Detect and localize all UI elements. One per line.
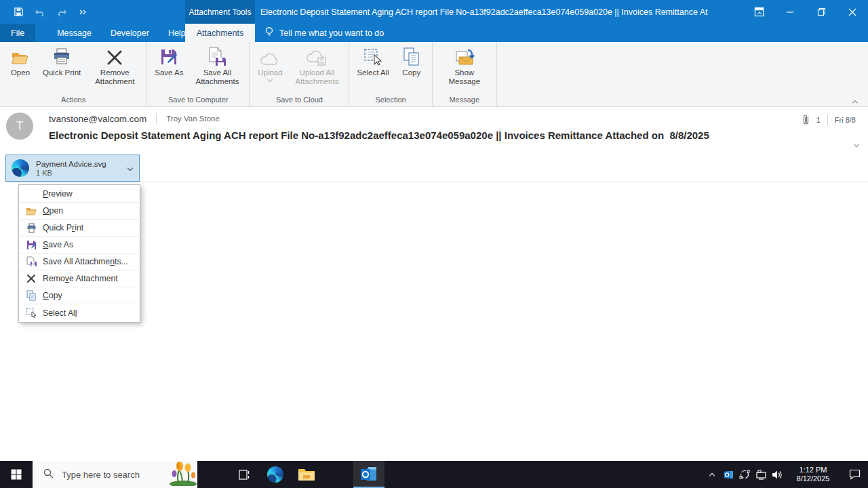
ribbon-group-actions: Open Quick Print Remove Attachment Actio…	[0, 42, 147, 106]
show-message-button[interactable]: Show Message	[435, 43, 494, 87]
context-menu-item-remove-attachment[interactable]: Remove Attachment	[20, 270, 139, 287]
received-date: Fri 8/8	[835, 116, 856, 124]
save-all-attachments-icon	[207, 46, 227, 66]
select-all-button[interactable]: Select All	[352, 43, 393, 79]
context-menu-item-label: Save As	[43, 240, 73, 249]
edge-taskbar-icon[interactable]	[260, 461, 291, 488]
save-as-icon	[159, 46, 178, 66]
attachment-count: 1	[816, 116, 821, 124]
ribbon-group-selection: Select All Copy Selection	[349, 42, 432, 106]
save-as-icon	[20, 240, 43, 250]
task-view-button[interactable]	[229, 461, 260, 488]
printer-icon	[20, 223, 43, 233]
outlook-tray-icon[interactable]	[720, 470, 736, 480]
group-label-save-to-computer: Save to Computer	[150, 94, 246, 106]
redo-icon[interactable]	[56, 6, 68, 18]
attachment-size: 1 KB	[36, 169, 128, 177]
select-all-icon	[20, 308, 43, 318]
outlook-message-window: Attachment Tools Electronic Deposit Stat…	[0, 0, 868, 488]
attachment-filename: Payment Advice.svg	[36, 160, 128, 168]
context-menu-item-preview[interactable]: Preview	[20, 186, 139, 203]
save-as-button[interactable]: Save As	[150, 43, 188, 79]
chevron-down-icon	[267, 77, 273, 82]
upload-cloud-icon	[260, 46, 280, 66]
tab-developer[interactable]: Developer	[101, 24, 159, 42]
customize-qat-icon[interactable]	[77, 6, 90, 18]
context-menu-item-save-all-attachments[interactable]: Save All Attachments...	[20, 253, 139, 270]
divider	[156, 113, 157, 124]
copy-icon	[403, 46, 420, 66]
expand-header-icon[interactable]	[854, 137, 859, 149]
open-folder-icon	[20, 206, 43, 216]
taskbar-search-input[interactable]: Type here to search	[33, 461, 197, 488]
taskbar: Type here to search	[0, 461, 868, 488]
ribbon-group-save-to-cloud: Upload Upload All Attachments Save to Cl…	[250, 42, 349, 106]
sender-display-name: Troy Van Stone	[166, 115, 220, 123]
show-message-icon	[454, 46, 475, 66]
save-all-attachments-button[interactable]: Save All Attachments	[188, 43, 246, 87]
group-label-save-to-cloud: Save to Cloud	[252, 94, 346, 106]
open-button[interactable]: Open	[3, 43, 38, 79]
quick-print-button[interactable]: Quick Print	[38, 43, 85, 79]
tell-me-box[interactable]: Tell me what you want to do	[256, 24, 392, 42]
context-menu-item-quick-print[interactable]: Quick Print	[20, 220, 139, 237]
action-center-icon[interactable]	[841, 469, 868, 480]
save-all-icon	[20, 256, 43, 267]
context-menu-item-label: Open	[43, 206, 63, 216]
hidden-icons-chevron[interactable]	[704, 472, 720, 478]
attachment-chip[interactable]: Payment Advice.svg 1 KB	[5, 155, 140, 182]
avatar[interactable]: T	[6, 113, 33, 140]
message-header: T tvanstone@valcom.com Troy Van Stone El…	[0, 107, 868, 152]
attachments-row: Payment Advice.svg 1 KB	[0, 152, 868, 182]
context-menu-item-label: Copy	[43, 291, 62, 300]
volume-tray-icon[interactable]	[769, 470, 785, 480]
upload-button: Upload	[252, 43, 288, 83]
file-explorer-taskbar-icon[interactable]	[291, 461, 322, 488]
ribbon-group-save-to-computer: Save As Save All Attachments Save to Com…	[147, 42, 250, 106]
group-label-message: Message	[435, 94, 494, 106]
paperclip-icon	[802, 114, 810, 126]
group-label-selection: Selection	[352, 94, 429, 106]
context-menu: PreviewOpenQuick PrintSave AsSave All At…	[18, 184, 140, 323]
context-menu-item-copy[interactable]: Copy	[20, 287, 139, 304]
firefox-taskbar-icon[interactable]	[322, 461, 353, 488]
contextual-tab-group-label: Attachment Tools	[185, 0, 255, 24]
context-menu-item-label: Quick Print	[43, 223, 83, 232]
copy-button[interactable]: Copy	[394, 43, 429, 79]
outlook-taskbar-icon[interactable]	[353, 461, 384, 488]
copy-pages-icon	[20, 290, 43, 301]
title-bar: Attachment Tools Electronic Deposit Stat…	[0, 0, 868, 24]
select-all-icon	[363, 46, 382, 66]
ribbon-group-message: Show Message Message	[433, 42, 497, 106]
open-folder-icon	[11, 46, 30, 66]
attachment-dropdown-icon[interactable]	[127, 165, 133, 171]
tab-attachments[interactable]: Attachments	[185, 24, 255, 42]
minimize-button[interactable]	[774, 0, 806, 24]
network-tray-icon[interactable]	[753, 470, 769, 480]
search-highlight-flowers-icon[interactable]	[169, 459, 197, 488]
context-menu-item-label: Select All	[43, 308, 77, 318]
meet-now-tray-icon[interactable]	[736, 469, 753, 480]
divider	[827, 115, 828, 125]
context-menu-item-open[interactable]: Open	[20, 203, 139, 220]
upload-all-attachments-button: Upload All Attachments	[288, 43, 346, 87]
context-menu-item-label: Preview	[43, 189, 73, 199]
start-button[interactable]	[0, 461, 33, 488]
context-menu-item-save-as[interactable]: Save As	[20, 237, 139, 253]
remove-attachment-button[interactable]: Remove Attachment	[85, 43, 144, 87]
ribbon-display-options-icon[interactable]	[743, 0, 774, 24]
collapse-ribbon-icon[interactable]	[853, 96, 860, 102]
tab-file[interactable]: File	[0, 24, 35, 42]
undo-icon[interactable]	[34, 6, 46, 18]
save-icon[interactable]	[12, 6, 24, 18]
context-menu-item-select-all[interactable]: Select All	[20, 304, 139, 321]
system-tray: 1:12 PM 8/12/2025	[704, 461, 868, 488]
group-label-actions: Actions	[3, 94, 144, 106]
taskbar-clock[interactable]: 1:12 PM 8/12/2025	[789, 466, 837, 483]
upload-all-cloud-icon	[306, 46, 328, 66]
sender-address[interactable]: tvanstone@valcom.com	[49, 114, 146, 124]
close-button[interactable]	[837, 0, 868, 24]
tab-message[interactable]: Message	[47, 24, 101, 42]
window-title: Electronic Deposit Statement Aging ACH r…	[260, 0, 708, 24]
restore-button[interactable]	[806, 0, 837, 24]
